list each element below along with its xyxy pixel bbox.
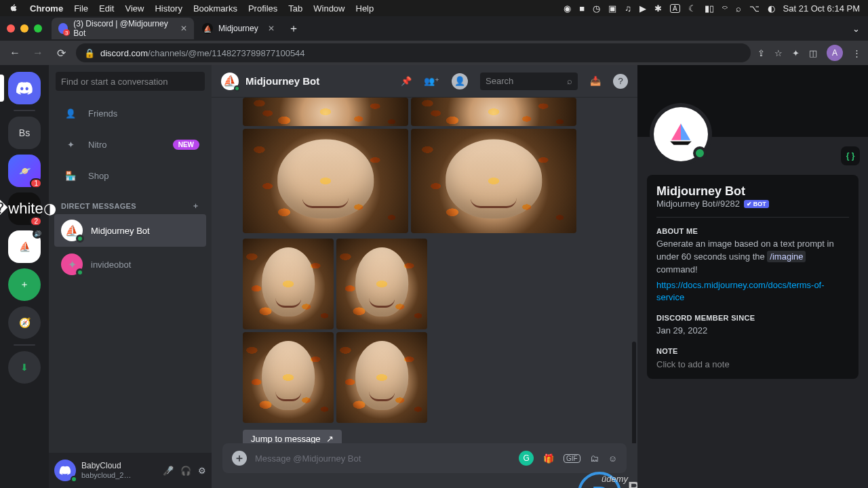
dm-item-invideobot[interactable]: ✦ invideobot [54,248,206,281]
clock[interactable]: Sat 21 Oct 6:14 PM [783,3,860,14]
dm-item-midjourney[interactable]: ⛵ Midjourney Bot [54,214,206,247]
app-name[interactable]: Chrome [30,3,63,14]
dnd-icon[interactable]: ☾ [688,3,696,14]
menu-edit[interactable]: Edit [99,3,114,14]
grammarly-icon[interactable]: G [519,451,534,466]
close-tab-icon[interactable]: ✕ [180,24,187,33]
scrollbar[interactable] [632,342,636,443]
new-tab-button[interactable]: ＋ [288,22,299,36]
forward-button[interactable]: → [30,45,46,61]
generated-image[interactable] [411,129,576,233]
user-avatar[interactable] [54,460,76,481]
close-window-icon[interactable] [7,24,15,33]
dm-home-button[interactable] [8,72,41,104]
share-icon[interactable]: ⇪ [757,48,765,58]
generated-image[interactable] [336,239,427,329]
note-input[interactable]: Click to add a note [656,359,849,369]
server-item[interactable]: �white◑ 2 [8,192,41,225]
mute-mic-icon[interactable]: 🎤̸ [163,466,174,476]
tabs-chevron-icon[interactable]: ⌄ [852,24,860,34]
wifi-icon[interactable]: ⌔ [722,3,728,14]
emoji-icon[interactable]: ☺ [608,453,617,464]
gif-icon[interactable]: GIF [564,454,580,463]
profile-avatar[interactable] [654,107,708,161]
bookmark-icon[interactable]: ☆ [774,48,783,58]
sidepanel-icon[interactable]: ◫ [809,48,817,58]
nitro-nav[interactable]: ✦ Nitro NEW [54,129,206,159]
menu-file[interactable]: File [74,3,88,14]
menu-history[interactable]: History [155,3,182,14]
profile-card: Midjourney Bot Midjourney Bot#9282 ✔ BOT… [647,175,859,379]
pin-icon[interactable]: 📌 [401,76,412,86]
generated-image[interactable] [243,98,408,126]
menu-window[interactable]: Window [313,3,344,14]
profile-avatar[interactable]: A [827,45,843,61]
jump-label: Jump to message [251,434,321,443]
kebab-icon[interactable]: ⋮ [852,48,861,58]
add-friends-icon[interactable]: 👥⁺ [424,76,439,86]
extensions-icon[interactable]: ✦ [792,48,800,58]
help-icon[interactable]: ? [613,74,628,89]
apple-icon[interactable] [8,3,19,14]
shop-nav[interactable]: 🏪 Shop [54,161,206,190]
add-server-button[interactable]: ＋ [8,268,41,301]
control-center-icon[interactable]: ⌥ [749,3,760,14]
gift-icon[interactable]: 🎁 [543,453,554,464]
generated-image[interactable] [243,239,334,329]
keyboard-icon[interactable]: A [670,4,680,13]
explore-button[interactable]: 🧭 [8,306,41,339]
inbox-icon[interactable]: 📥 [590,76,601,86]
menu-bookmarks[interactable]: Bookmarks [193,3,237,14]
channel-title: Midjourney Bot [245,75,319,87]
window-controls[interactable] [7,24,42,33]
menu-view[interactable]: View [125,3,144,14]
message-list[interactable]: Jump to message ↗ [212,98,637,443]
menu-tab[interactable]: Tab [288,3,302,14]
address-bar[interactable]: 🔒 discord.com/channels/@me/1148273789877… [76,43,751,62]
download-apps-button[interactable]: ⬇ [8,351,41,384]
server-item[interactable]: ⛵ 🔊 [8,230,41,263]
settings-icon[interactable]: ⚙ [198,466,206,476]
reload-button[interactable]: ⟳ [53,45,69,61]
server-badge: 1 [30,178,42,188]
play-icon[interactable]: ▶ [639,3,646,14]
minimize-window-icon[interactable] [20,24,28,33]
dm-search-input[interactable]: Find or start a conversation [56,72,205,91]
close-tab-icon[interactable]: ✕ [268,24,275,33]
menu-profiles[interactable]: Profiles [248,3,277,14]
create-dm-icon[interactable]: ＋ [192,201,199,211]
stage-icon[interactable]: ▣ [608,3,616,14]
user-profile-icon[interactable]: 👤 [452,73,468,89]
tab-discord[interactable]: (3) Discord | @Midjourney Bot ✕ [52,18,194,39]
siri-icon[interactable]: ◐ [768,3,775,14]
generated-image[interactable] [411,98,576,126]
search-icon[interactable]: ⌕ [736,3,741,14]
generated-image[interactable] [243,129,408,233]
bluetooth-icon[interactable]: ✱ [654,3,662,14]
attach-icon[interactable]: ＋ [232,451,247,466]
menu-help[interactable]: Help [356,3,374,14]
server-item[interactable]: 🪐 1 [8,155,41,187]
timer-icon[interactable]: ◷ [593,3,600,14]
headphones-icon[interactable]: ♫ [625,3,631,14]
battery-icon[interactable]: ▮▯ [705,3,714,14]
dm-header-label: DIRECT MESSAGES [61,202,136,210]
user-panel: BabyCloud babycloud_2… 🎤̸ 🎧 ⚙ [49,453,212,488]
friends-nav[interactable]: 👤 Friends [54,98,206,128]
tab-midjourney[interactable]: ⛵ Midjourney ✕ [195,18,281,39]
server-item[interactable]: Bs [8,117,41,149]
deafen-icon[interactable]: 🎧 [180,466,191,476]
dm-label: invideobot [91,260,131,270]
zoom-window-icon[interactable] [34,24,42,33]
record-icon[interactable]: ◉ [564,3,571,14]
back-button[interactable]: ← [7,45,23,61]
tos-link[interactable]: https://docs.midjourney.com/docs/terms-o… [656,280,825,303]
video-icon[interactable]: ■ [579,3,585,14]
jump-to-message-button[interactable]: Jump to message ↗ [243,430,342,443]
generated-image[interactable] [243,332,334,423]
sticker-icon[interactable]: 🗂 [590,453,599,464]
search-input[interactable]: Search ⌕ [480,73,578,90]
message-composer[interactable]: ＋ Message @Midjourney Bot G 🎁 GIF 🗂 ☺ [222,443,627,473]
dev-badge-icon[interactable]: { } [841,146,860,165]
generated-image[interactable] [336,332,427,423]
